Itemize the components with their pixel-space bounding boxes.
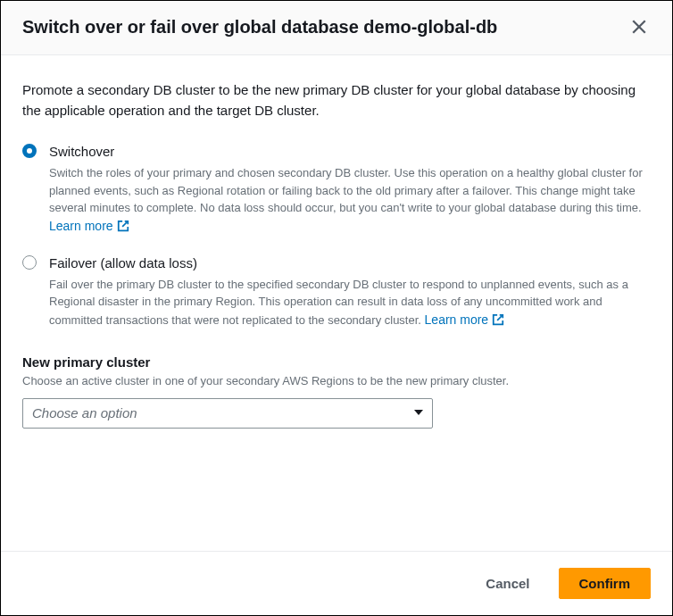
radio-desc-switchover: Switch the roles of your primary and cho… xyxy=(49,164,651,236)
learn-more-switchover[interactable]: Learn more xyxy=(49,217,129,236)
radio-circle-icon xyxy=(22,144,37,158)
modal-header: Switch over or fail over global database… xyxy=(1,1,672,55)
learn-more-failover[interactable]: Learn more xyxy=(425,311,505,329)
radio-option-failover[interactable]: Failover (allow data loss) Fail over the… xyxy=(22,254,651,329)
cluster-section-hint: Choose an active cluster in one of your … xyxy=(22,373,651,389)
cancel-button[interactable]: Cancel xyxy=(466,568,549,599)
cluster-select-wrap: Choose an option xyxy=(22,398,433,429)
radio-content: Failover (allow data loss) Fail over the… xyxy=(49,254,651,329)
external-link-icon xyxy=(117,220,129,232)
radio-input-switchover[interactable] xyxy=(22,144,38,160)
cluster-section-label: New primary cluster xyxy=(22,354,651,370)
radio-circle-icon xyxy=(22,255,37,270)
radio-input-failover[interactable] xyxy=(22,255,38,271)
radio-label-failover: Failover (allow data loss) xyxy=(49,254,651,272)
modal-title: Switch over or fail over global database… xyxy=(22,15,497,38)
external-link-icon xyxy=(492,313,504,326)
radio-option-switchover[interactable]: Switchover Switch the roles of your prim… xyxy=(22,142,651,236)
confirm-button[interactable]: Confirm xyxy=(559,568,652,599)
radio-desc-failover: Fail over the primary DB cluster to the … xyxy=(49,276,651,329)
operation-radio-group: Switchover Switch the roles of your prim… xyxy=(22,142,651,329)
radio-content: Switchover Switch the roles of your prim… xyxy=(49,142,651,236)
intro-text: Promote a secondary DB cluster to be the… xyxy=(22,80,651,121)
close-button[interactable] xyxy=(627,15,651,38)
close-icon xyxy=(631,19,647,35)
modal-body: Promote a secondary DB cluster to be the… xyxy=(1,55,672,551)
new-primary-cluster-section: New primary cluster Choose an active clu… xyxy=(22,354,651,429)
radio-label-switchover: Switchover xyxy=(49,142,651,161)
modal-footer: Cancel Confirm xyxy=(1,551,672,615)
cluster-select-placeholder: Choose an option xyxy=(32,405,137,420)
cluster-select[interactable]: Choose an option xyxy=(22,398,433,429)
